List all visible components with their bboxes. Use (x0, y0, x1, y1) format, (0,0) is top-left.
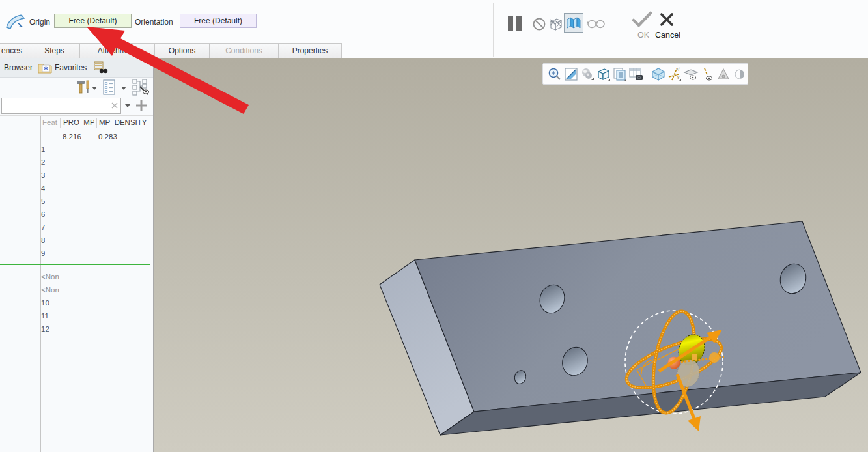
dropdown-caret-icon[interactable] (125, 104, 130, 107)
tree-filter-hide-icon[interactable] (132, 78, 151, 97)
graphics-area[interactable]: x/y (154, 58, 868, 452)
plate-model (380, 221, 861, 435)
zoom-in-icon[interactable] (546, 66, 563, 83)
tree-row[interactable]: 11 (41, 312, 49, 320)
settings-tools-icon[interactable] (76, 79, 91, 96)
tree-row[interactable]: 6 (41, 210, 45, 218)
refit-icon[interactable] (563, 66, 579, 83)
density-value: 0.283 (98, 133, 117, 141)
svg-text:x/: x/ (676, 66, 680, 71)
tree-row[interactable]: 12 (41, 325, 49, 333)
placement-feature-icon (5, 12, 25, 33)
tree-column-divider (40, 116, 41, 452)
origin-collector[interactable]: Free (Default) (54, 14, 132, 28)
mass-value: 8.216 (63, 133, 81, 141)
column-header-mp-density[interactable]: MP_DENSITY (99, 119, 152, 126)
orientation-label: Orientation (135, 18, 173, 27)
insert-here-separator[interactable] (0, 264, 150, 265)
svg-text:y: y (677, 74, 680, 79)
divider (0, 115, 153, 116)
column-header-pro-mp[interactable]: PRO_MP (63, 119, 94, 126)
group-divider (695, 3, 695, 57)
tab-properties[interactable]: Properties (279, 43, 342, 58)
ok-button[interactable]: OK (637, 31, 649, 40)
view-manager-icon[interactable] (628, 66, 644, 83)
browser-button[interactable]: Browser (4, 63, 33, 72)
tab-attachment[interactable]: Attachment (80, 43, 155, 58)
clear-x-icon[interactable] (110, 101, 119, 110)
shaded-view-icon[interactable] (579, 66, 595, 83)
tree-row[interactable]: 3 (41, 171, 45, 179)
tree-row[interactable]: 9 (41, 249, 45, 257)
preview-toggle-icon (567, 16, 581, 29)
plane-display-icon[interactable] (682, 66, 699, 83)
tree-row[interactable]: 10 (41, 299, 49, 307)
tab-references[interactable]: ences (0, 43, 29, 58)
browser-bar: Browser Favorites (0, 58, 153, 78)
dropdown-caret-icon[interactable] (121, 87, 126, 90)
show-list-icon[interactable] (103, 79, 117, 96)
dropdown-caret-icon[interactable] (92, 87, 97, 90)
placement-dashboard: Origin Free (Default) Orientation Free (… (0, 0, 868, 58)
ok-check-icon[interactable] (631, 10, 653, 29)
cancel-button[interactable]: Cancel (655, 31, 680, 40)
display-style-icon[interactable] (595, 66, 611, 83)
tree-row[interactable]: 4 (41, 184, 45, 192)
orientation-collector[interactable]: Free (Default) (180, 14, 257, 28)
glasses-icon[interactable] (587, 19, 606, 29)
model-scene (154, 58, 868, 452)
placement-tab-strip: ences Steps Attachment Options Condition… (0, 43, 342, 58)
favorites-folder-icon[interactable] (38, 61, 52, 74)
saved-orientations-icon[interactable] (611, 66, 628, 83)
group-divider (621, 3, 621, 57)
tree-row[interactable]: 1 (41, 145, 45, 153)
tree-filter-input[interactable] (1, 98, 121, 114)
tab-steps[interactable]: Steps (29, 43, 80, 58)
tree-row[interactable]: 2 (41, 158, 45, 166)
preview-toggle-button[interactable] (564, 13, 583, 33)
tab-conditions: Conditions (210, 43, 279, 58)
axis-display-icon[interactable] (699, 66, 715, 83)
header-separator (96, 118, 97, 128)
column-header-feat[interactable]: Feat (42, 119, 59, 126)
dragger-handle-ball (709, 352, 720, 363)
pause-icon[interactable] (507, 16, 522, 31)
tree-row[interactable]: 8 (41, 236, 45, 244)
tree-row[interactable]: 5 (41, 197, 45, 205)
tree-row[interactable]: <Non (41, 286, 59, 294)
tree-row[interactable]: <Non (41, 273, 59, 281)
spin-center-icon[interactable] (731, 66, 748, 83)
datum-display-icon[interactable]: x/y (666, 66, 682, 83)
ban-icon[interactable] (532, 17, 546, 31)
tab-options[interactable]: Options (155, 43, 210, 58)
tree-row[interactable]: 7 (41, 223, 45, 231)
origin-label: Origin (29, 18, 50, 27)
add-plus-icon[interactable] (135, 100, 147, 111)
perspective-icon[interactable] (650, 66, 666, 83)
model-tree-panel: Browser Favorites (0, 58, 154, 452)
group-divider (493, 3, 494, 57)
favorites-button[interactable]: Favorites (55, 63, 87, 72)
csys-display-icon[interactable] (715, 66, 731, 83)
search-list-icon[interactable] (94, 61, 108, 75)
header-separator (60, 118, 61, 128)
creo-placement-window: Origin Free (Default) Orientation Free (… (0, 0, 868, 452)
divider (40, 130, 153, 130)
in-graphics-toolbar: x/y (542, 63, 748, 85)
wireframe-box-icon[interactable] (548, 16, 563, 32)
cancel-x-icon[interactable] (659, 12, 675, 27)
